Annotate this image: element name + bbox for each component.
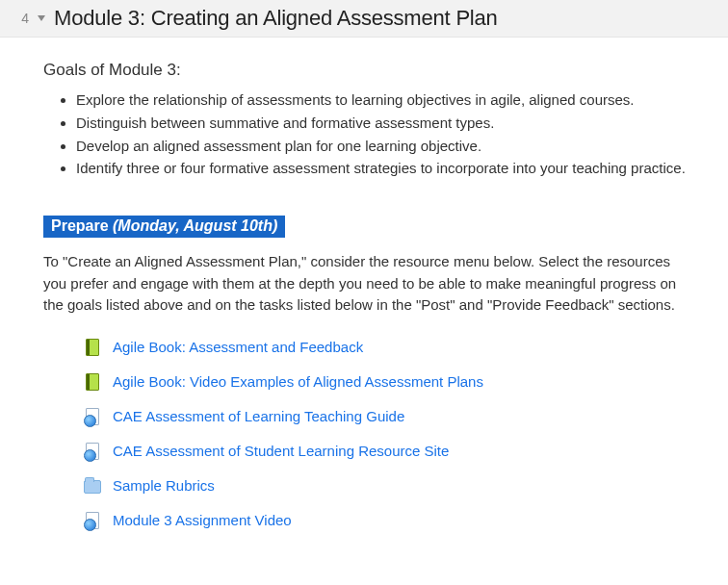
resource-link[interactable]: CAE Assessment of Student Learning Resou… [113,443,449,459]
resource-item: Agile Book: Video Examples of Aligned As… [84,372,689,392]
resource-item: Agile Book: Assessment and Feedback [84,338,689,357]
web-document-icon [84,511,101,530]
resource-item: CAE Assessment of Learning Teaching Guid… [84,407,689,426]
resource-link[interactable]: CAE Assessment of Learning Teaching Guid… [113,408,404,424]
goals-item: Distinguish between summative and format… [76,113,689,134]
prepare-date: (Monday, August 10th) [109,217,278,234]
prepare-section: Prepare (Monday, August 10th) To "Create… [43,216,689,530]
prepare-heading: Prepare (Monday, August 10th) [43,216,285,238]
folder-icon [84,476,101,496]
web-document-icon [84,407,101,426]
goals-list: Explore the relationship of assessments … [76,89,689,179]
resource-list: Agile Book: Assessment and FeedbackAgile… [84,338,689,530]
goals-item: Develop an aligned assessment plan for o… [76,136,689,157]
goals-heading: Goals of Module 3: [43,61,689,80]
book-icon [84,338,101,357]
module-title: Module 3: Creating an Aligned Assessment… [54,6,498,31]
resource-item: Module 3 Assignment Video [84,511,689,530]
module-header: 4 Module 3: Creating an Aligned Assessme… [0,0,728,38]
resource-link[interactable]: Sample Rubrics [113,477,215,494]
book-icon [84,372,101,392]
resource-link[interactable]: Module 3 Assignment Video [113,512,292,528]
goals-item: Explore the relationship of assessments … [76,89,689,111]
disclosure-triangle-icon[interactable] [35,12,48,25]
resource-link[interactable]: Agile Book: Video Examples of Aligned As… [113,373,483,390]
resource-item: Sample Rubrics [84,476,689,496]
prepare-description: To "Create an Aligned Assessment Plan," … [43,251,689,317]
resource-link[interactable]: Agile Book: Assessment and Feedback [113,339,363,355]
goals-item: Identify three or four formative assessm… [76,158,689,179]
module-content: Goals of Module 3: Explore the relations… [0,38,728,530]
web-document-icon [84,442,101,461]
module-number: 4 [0,11,29,26]
prepare-label: Prepare [51,217,109,234]
resource-item: CAE Assessment of Student Learning Resou… [84,442,689,461]
